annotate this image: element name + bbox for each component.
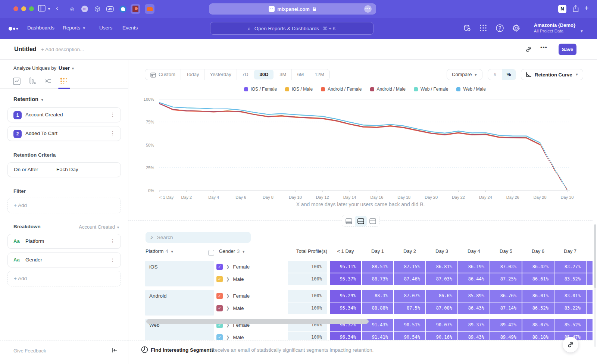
retention-value-cell[interactable]: 87.25% (490, 273, 522, 285)
retention-value-cell[interactable] (587, 273, 593, 285)
step-event-label[interactable]: Account Created (25, 112, 63, 117)
chevron-right-icon[interactable]: ❯ (226, 306, 229, 311)
tab-retention-icon[interactable] (60, 77, 68, 85)
retention-value-cell[interactable]: 95.11% (330, 261, 361, 273)
red-extension-icon[interactable] (131, 4, 140, 14)
retention-value-cell[interactable] (587, 261, 593, 273)
help-icon[interactable] (496, 24, 504, 33)
retention-value-cell[interactable]: 95.34% (330, 302, 361, 314)
retention-value-cell[interactable]: 86.81% (426, 261, 457, 273)
retention-value-cell[interactable]: 86.6% (426, 290, 457, 302)
legend-item[interactable]: iOS / Female (244, 87, 277, 92)
range-today[interactable]: Today (181, 69, 205, 80)
retention-value-cell[interactable]: 89.43% (458, 332, 490, 340)
select-all-checkbox[interactable]: – (208, 250, 214, 256)
zoom-window-button[interactable] (29, 6, 34, 11)
breakdown-applies-to[interactable]: Account Created▼ (79, 224, 120, 230)
kebab-menu-icon[interactable]: ⋮ (110, 112, 115, 117)
kebab-menu-icon[interactable]: ⋮ (110, 257, 115, 263)
retention-value-cell[interactable]: 87.03% (490, 261, 522, 273)
chevron-down-icon[interactable]: ▼ (47, 4, 51, 13)
collapse-sidebar-icon[interactable] (111, 347, 118, 353)
retention-value-cell[interactable]: 88.07% (522, 319, 554, 331)
retention-value-cell[interactable]: 83.01% (554, 290, 586, 302)
day-column-header[interactable]: Day 7 (554, 248, 586, 254)
retention-value-cell[interactable]: 86.01% (522, 290, 554, 302)
criteria-card[interactable]: On or After Each Day (7, 162, 121, 177)
retention-value-cell[interactable]: 90.16% (426, 332, 457, 340)
vertical-scrollbar-thumb[interactable] (594, 225, 596, 288)
more-options-icon[interactable]: ••• (540, 44, 547, 50)
series-checkbox[interactable]: ✓ (216, 305, 223, 311)
legend-item[interactable]: Android / Male (370, 87, 406, 92)
retention-section-header[interactable]: Retention▼ (13, 96, 44, 102)
retention-value-cell[interactable] (587, 319, 593, 331)
address-bar[interactable]: ⸬ mixpanel.com ••• (209, 3, 376, 15)
data-management-icon[interactable] (463, 24, 472, 33)
bird-extension-icon[interactable] (118, 4, 128, 14)
retention-value-cell[interactable]: 90.54% (394, 332, 425, 340)
retention-value-cell[interactable]: 96.34% (330, 332, 361, 340)
site-options-icon[interactable]: ••• (364, 5, 372, 13)
series-checkbox[interactable]: ✓ (216, 334, 223, 340)
retention-value-cell[interactable]: 85.52% (554, 319, 586, 331)
range-12m[interactable]: 12M (309, 69, 329, 80)
report-title[interactable]: Untitled (14, 46, 37, 53)
nav-users[interactable]: Users (99, 25, 112, 31)
day-column-header[interactable]: Day 5 (490, 248, 522, 254)
gender-cell[interactable]: ✓ ❯ Male (216, 332, 284, 340)
breakdown-card[interactable]: Aa Gender ⋮ (7, 252, 121, 267)
platform-column-header[interactable]: Platform4▼ (146, 248, 174, 254)
retention-chart[interactable]: 100%75%50%25%0%< 1 DayDay 2Day 4Day 6Day… (128, 95, 593, 207)
retention-value-cell[interactable]: 86.43% (458, 302, 490, 314)
retention-value-cell[interactable]: 87.15% (394, 261, 425, 273)
retention-value-cell[interactable]: 87.03% (426, 273, 457, 285)
js-extension-icon[interactable]: JS (105, 4, 115, 14)
retention-value-cell[interactable]: 87.08% (426, 302, 457, 314)
retention-value-cell[interactable]: 90.07% (426, 319, 457, 331)
nav-dashboards[interactable]: Dashboards (27, 25, 54, 31)
share-icon[interactable] (572, 5, 579, 12)
retention-value-cell[interactable]: 88.51% (362, 261, 393, 273)
range-30d[interactable]: 30D (254, 70, 274, 79)
gender-cell[interactable]: ✓ ❯ Male (216, 273, 284, 285)
series-checkbox[interactable]: ✓ (216, 264, 223, 270)
chevron-right-icon[interactable]: ❯ (226, 264, 229, 269)
range-yesterday[interactable]: Yesterday (205, 69, 237, 80)
retention-value-cell[interactable]: 90.51% (394, 319, 425, 331)
retention-step-card[interactable]: 1 Account Created ⋮ (7, 107, 121, 122)
add-description-placeholder[interactable]: + Add description... (41, 47, 84, 52)
horizontal-scrollbar[interactable] (146, 319, 369, 324)
back-icon[interactable]: ‹ (56, 4, 58, 13)
day-column-header[interactable]: Day 3 (426, 248, 457, 254)
retention-step-card[interactable]: 2 Added To Cart ⋮ (7, 126, 121, 141)
breakdown-property-label[interactable]: Platform (25, 238, 44, 244)
kebab-menu-icon[interactable]: ⋮ (110, 238, 115, 244)
retention-value-cell[interactable]: 89.37% (458, 319, 490, 331)
retention-value-cell[interactable]: 91.41% (362, 332, 393, 340)
range-7d[interactable]: 7D (237, 69, 254, 80)
retention-value-cell[interactable]: 88.3% (362, 290, 393, 302)
breakdown-property-label[interactable]: Gender (25, 257, 42, 263)
retention-value-cell[interactable]: 86.76% (490, 290, 522, 302)
analyze-uniques-row[interactable]: Analyze Uniques byUser▼ (13, 65, 75, 71)
retention-value-cell[interactable]: 83.22% (554, 302, 586, 314)
criteria-operator[interactable]: On or After (14, 167, 38, 172)
retention-value-cell[interactable]: 83.52% (554, 273, 586, 285)
retention-value-cell[interactable]: 89.42% (490, 319, 522, 331)
retention-value-cell[interactable] (587, 302, 593, 314)
retention-value-cell[interactable]: 86.19% (458, 261, 490, 273)
gender-cell[interactable]: ✓ ❯ Female (216, 290, 284, 302)
filter-add-button[interactable]: + Add (7, 198, 121, 213)
retention-value-cell[interactable]: 95.37% (330, 273, 361, 285)
save-button[interactable]: Save (559, 44, 576, 55)
retention-value-cell[interactable]: 85.89% (458, 290, 490, 302)
legend-item[interactable]: iOS / Male (285, 87, 313, 92)
range-3m[interactable]: 3M (274, 69, 292, 80)
gender-cell[interactable]: ✓ ❯ Male (216, 302, 284, 314)
nav-reports[interactable]: Reports▼ (63, 25, 86, 31)
criteria-interval[interactable]: Each Day (56, 167, 78, 172)
chevron-right-icon[interactable]: ❯ (226, 294, 229, 298)
notion-tab-icon[interactable]: N (558, 4, 566, 13)
legend-item[interactable]: Web / Male (456, 87, 485, 92)
